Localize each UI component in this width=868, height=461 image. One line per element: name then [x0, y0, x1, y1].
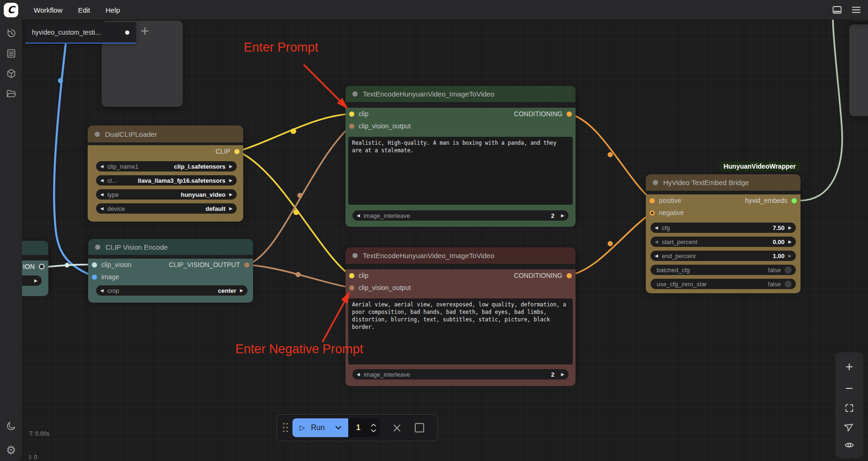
- drag-handle-icon[interactable]: [282, 422, 289, 434]
- output-conditioning[interactable]: CONDITIONING: [514, 272, 572, 279]
- increment-arrow-icon[interactable]: ▶: [561, 372, 564, 377]
- increment-arrow-icon[interactable]: ▶: [788, 240, 792, 244]
- input-negative[interactable]: negative: [650, 209, 684, 216]
- node-text-encode-positive[interactable]: TextEncodeHunyuanVideo_ImageToVideo clip…: [345, 86, 576, 221]
- increment-arrow-icon[interactable]: ▶: [229, 193, 232, 197]
- bottom-panel-icon[interactable]: [831, 4, 843, 15]
- run-button[interactable]: ▷ Run: [292, 418, 348, 437]
- collapse-dot[interactable]: [95, 132, 100, 137]
- new-workflow-tab-button[interactable]: +: [141, 24, 149, 38]
- decrement-arrow-icon[interactable]: ◀: [100, 178, 104, 183]
- input-positive[interactable]: positive: [650, 197, 681, 204]
- menu-edit[interactable]: Edit: [78, 6, 90, 14]
- workflow-tab[interactable]: hyvideo_custom_testi...: [25, 22, 136, 44]
- menu-workflow[interactable]: Workflow: [34, 6, 62, 14]
- toggle-visibility-eye-icon[interactable]: [844, 440, 855, 450]
- input-clip[interactable]: clip: [349, 110, 368, 118]
- increment-arrow-icon[interactable]: ▶: [34, 279, 37, 283]
- widget-end-percent[interactable]: ◀ end_percent 1.00 ▶: [651, 251, 796, 261]
- collapse-dot[interactable]: [352, 91, 358, 97]
- conditioning-output-dot[interactable]: [567, 112, 572, 117]
- run-options-chevron-icon[interactable]: [335, 425, 342, 430]
- output-hyvid-embeds[interactable]: hyvid_embeds: [745, 197, 797, 204]
- clip-vision-output-dot[interactable]: [39, 264, 45, 269]
- decrement-arrow-icon[interactable]: ◀: [357, 372, 360, 377]
- clip-input-dot[interactable]: [349, 273, 354, 278]
- output-clip-vision-output[interactable]: CLIP_VISION_OUTPUT: [169, 261, 249, 268]
- decrement-arrow-icon[interactable]: ◀: [100, 164, 104, 169]
- output-clip-vision[interactable]: ION: [23, 263, 45, 270]
- widget-device[interactable]: ◀ device default ▶: [96, 203, 237, 214]
- negative-input-dot[interactable]: [650, 210, 655, 216]
- conditioning-output-dot[interactable]: [567, 273, 572, 278]
- clip-output-dot[interactable]: [234, 149, 239, 154]
- decrement-arrow-icon[interactable]: ◀: [655, 254, 658, 258]
- clip-vision-input-dot[interactable]: [92, 262, 97, 268]
- node-text-encode-negative[interactable]: TextEncodeHunyuanVideo_ImageToVideo clip…: [345, 247, 576, 380]
- comfyui-logo-icon[interactable]: C: [4, 3, 18, 17]
- image-input-dot[interactable]: [92, 275, 97, 280]
- decrement-arrow-icon[interactable]: ◀: [100, 193, 104, 197]
- increment-arrow-icon[interactable]: ▶: [229, 178, 232, 183]
- positive-prompt-textarea[interactable]: Realistic, High-quality. A man is boxing…: [348, 137, 573, 205]
- widget-image-interleave[interactable]: ◀ image_interleave 2 ▶: [352, 369, 569, 379]
- input-clip[interactable]: clip: [349, 272, 368, 279]
- increment-arrow-icon[interactable]: ▶: [788, 226, 792, 230]
- zoom-out-icon[interactable]: −: [846, 382, 853, 395]
- decrement-arrow-icon[interactable]: ◀: [100, 207, 104, 211]
- hyvid-embeds-output-dot[interactable]: [792, 198, 797, 203]
- increment-arrow-icon[interactable]: ▶: [561, 214, 564, 218]
- hamburger-menu-icon[interactable]: [850, 4, 862, 15]
- decrement-arrow-icon[interactable]: ◀: [655, 226, 658, 230]
- zoom-in-icon[interactable]: +: [846, 360, 853, 373]
- model-library-icon[interactable]: [4, 67, 18, 81]
- increment-arrow-icon[interactable]: ▶: [240, 289, 243, 293]
- widget-crop[interactable]: ◀ crop center ▶: [96, 285, 247, 296]
- output-conditioning[interactable]: CONDITIONING: [514, 110, 572, 118]
- history-icon[interactable]: [4, 26, 18, 40]
- widget-use-cfg-zero-star[interactable]: use_cfg_zero_star false: [651, 279, 796, 289]
- batch-count-input[interactable]: 1: [348, 418, 380, 437]
- fit-view-icon[interactable]: [844, 403, 854, 413]
- input-clip-vision-output[interactable]: clip_vision_output: [349, 284, 411, 291]
- partial-node-right-edge[interactable]: [849, 24, 868, 116]
- input-image[interactable]: image: [92, 273, 119, 281]
- collapse-dot[interactable]: [352, 253, 358, 258]
- widget-start-percent[interactable]: ◀ start_percent 0.00 ▶: [651, 237, 796, 247]
- widget-image-interleave[interactable]: ◀ image_interleave 2 ▶: [352, 210, 569, 221]
- clip-vision-output-dot[interactable]: [244, 262, 249, 268]
- increment-arrow-icon[interactable]: ▶: [229, 164, 232, 169]
- node-dual-clip-loader[interactable]: DualCLIPLoader CLIP ◀ clip_name1 clip_l.…: [88, 126, 243, 219]
- count-down-icon[interactable]: [371, 429, 376, 432]
- settings-gear-icon[interactable]: ⚙: [4, 443, 18, 457]
- increment-arrow-icon[interactable]: ▶: [229, 207, 232, 211]
- widget-batched-cfg[interactable]: batched_cfg false: [651, 265, 796, 275]
- decrement-arrow-icon[interactable]: ◀: [357, 214, 360, 218]
- decrement-arrow-icon[interactable]: ◀: [100, 289, 104, 293]
- input-clip-vision[interactable]: clip_vision: [92, 261, 132, 268]
- clip-vision-output-input-dot[interactable]: [349, 285, 354, 290]
- node-clip-vision-encode[interactable]: CLIP Vision Encode clip_vision CLIP_VISI…: [88, 239, 253, 299]
- clip-input-dot[interactable]: [349, 112, 354, 117]
- workflows-folder-icon[interactable]: [4, 87, 18, 101]
- output-clip[interactable]: CLIP: [216, 148, 239, 155]
- count-up-icon[interactable]: [371, 424, 376, 427]
- menu-help[interactable]: Help: [105, 6, 120, 14]
- cancel-run-icon[interactable]: ×: [392, 422, 402, 434]
- toggle-knob[interactable]: [785, 267, 792, 274]
- increment-arrow-icon[interactable]: ▶: [788, 254, 792, 258]
- positive-input-dot[interactable]: [650, 198, 655, 203]
- collapse-dot[interactable]: [653, 180, 658, 185]
- decrement-arrow-icon[interactable]: ◀: [655, 240, 658, 244]
- node-hyvideo-textembed-bridge[interactable]: HyVideo TextEmbed Bridge positive hyvid_…: [646, 174, 801, 290]
- clip-vision-output-input-dot[interactable]: [349, 124, 354, 129]
- widget-clip-name2[interactable]: ◀ cl... llava_llama3_fp16.safetensors ▶: [96, 175, 237, 186]
- widget-type[interactable]: ◀ type hunyuan_video ▶: [96, 189, 237, 200]
- negative-prompt-textarea[interactable]: Aerial view, aerial view, overexposed, l…: [348, 298, 573, 364]
- pan-cursor-icon[interactable]: [844, 421, 854, 431]
- toggle-knob[interactable]: [785, 281, 792, 288]
- stop-icon[interactable]: [415, 423, 424, 432]
- widget-cfg[interactable]: ◀ cfg 7.50 ▶: [651, 223, 796, 233]
- input-clip-vision-output[interactable]: clip_vision_output: [349, 122, 411, 130]
- theme-toggle-moon-icon[interactable]: [4, 419, 18, 433]
